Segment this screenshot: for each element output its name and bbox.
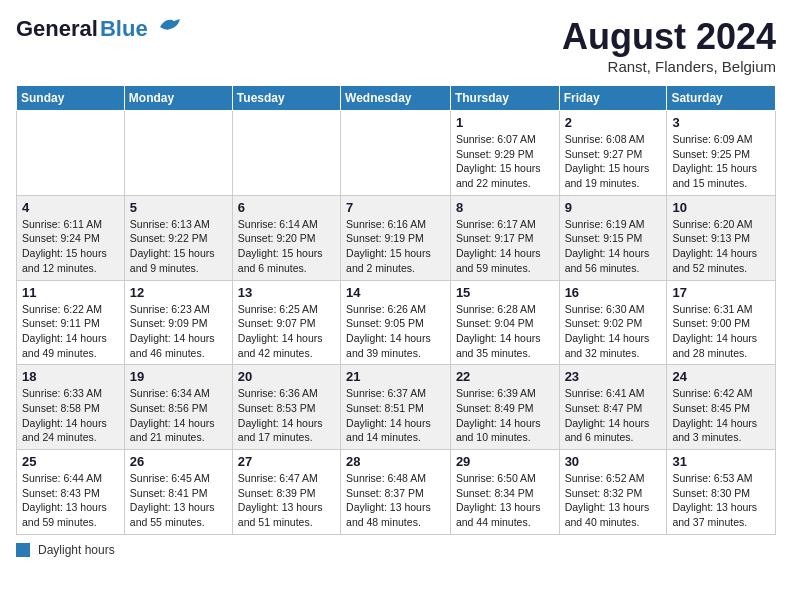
title-block: August 2024 Ranst, Flanders, Belgium xyxy=(562,16,776,75)
calendar-cell xyxy=(341,111,451,196)
logo: General Blue xyxy=(16,16,182,42)
calendar-cell: 17Sunrise: 6:31 AM Sunset: 9:00 PM Dayli… xyxy=(667,280,776,365)
day-info: Sunrise: 6:42 AM Sunset: 8:45 PM Dayligh… xyxy=(672,386,770,445)
day-info: Sunrise: 6:50 AM Sunset: 8:34 PM Dayligh… xyxy=(456,471,554,530)
weekday-header: Thursday xyxy=(450,86,559,111)
day-info: Sunrise: 6:19 AM Sunset: 9:15 PM Dayligh… xyxy=(565,217,662,276)
day-number: 29 xyxy=(456,454,554,469)
day-number: 20 xyxy=(238,369,335,384)
location-subtitle: Ranst, Flanders, Belgium xyxy=(562,58,776,75)
calendar-cell: 12Sunrise: 6:23 AM Sunset: 9:09 PM Dayli… xyxy=(124,280,232,365)
legend-color-box xyxy=(16,543,30,557)
calendar-week-row: 4Sunrise: 6:11 AM Sunset: 9:24 PM Daylig… xyxy=(17,195,776,280)
calendar-cell: 18Sunrise: 6:33 AM Sunset: 8:58 PM Dayli… xyxy=(17,365,125,450)
day-number: 17 xyxy=(672,285,770,300)
day-number: 11 xyxy=(22,285,119,300)
day-number: 6 xyxy=(238,200,335,215)
day-info: Sunrise: 6:25 AM Sunset: 9:07 PM Dayligh… xyxy=(238,302,335,361)
calendar-cell: 31Sunrise: 6:53 AM Sunset: 8:30 PM Dayli… xyxy=(667,450,776,535)
day-number: 23 xyxy=(565,369,662,384)
day-number: 25 xyxy=(22,454,119,469)
day-info: Sunrise: 6:22 AM Sunset: 9:11 PM Dayligh… xyxy=(22,302,119,361)
day-info: Sunrise: 6:33 AM Sunset: 8:58 PM Dayligh… xyxy=(22,386,119,445)
calendar-cell: 26Sunrise: 6:45 AM Sunset: 8:41 PM Dayli… xyxy=(124,450,232,535)
day-info: Sunrise: 6:20 AM Sunset: 9:13 PM Dayligh… xyxy=(672,217,770,276)
day-number: 9 xyxy=(565,200,662,215)
calendar-cell: 6Sunrise: 6:14 AM Sunset: 9:20 PM Daylig… xyxy=(232,195,340,280)
day-info: Sunrise: 6:08 AM Sunset: 9:27 PM Dayligh… xyxy=(565,132,662,191)
month-year-title: August 2024 xyxy=(562,16,776,58)
day-info: Sunrise: 6:41 AM Sunset: 8:47 PM Dayligh… xyxy=(565,386,662,445)
weekday-header: Saturday xyxy=(667,86,776,111)
day-info: Sunrise: 6:37 AM Sunset: 8:51 PM Dayligh… xyxy=(346,386,445,445)
day-info: Sunrise: 6:13 AM Sunset: 9:22 PM Dayligh… xyxy=(130,217,227,276)
calendar-cell: 24Sunrise: 6:42 AM Sunset: 8:45 PM Dayli… xyxy=(667,365,776,450)
calendar-cell xyxy=(232,111,340,196)
day-info: Sunrise: 6:48 AM Sunset: 8:37 PM Dayligh… xyxy=(346,471,445,530)
day-info: Sunrise: 6:07 AM Sunset: 9:29 PM Dayligh… xyxy=(456,132,554,191)
weekday-header: Friday xyxy=(559,86,667,111)
day-info: Sunrise: 6:53 AM Sunset: 8:30 PM Dayligh… xyxy=(672,471,770,530)
calendar-week-row: 18Sunrise: 6:33 AM Sunset: 8:58 PM Dayli… xyxy=(17,365,776,450)
calendar-week-row: 1Sunrise: 6:07 AM Sunset: 9:29 PM Daylig… xyxy=(17,111,776,196)
day-info: Sunrise: 6:17 AM Sunset: 9:17 PM Dayligh… xyxy=(456,217,554,276)
day-info: Sunrise: 6:16 AM Sunset: 9:19 PM Dayligh… xyxy=(346,217,445,276)
day-info: Sunrise: 6:30 AM Sunset: 9:02 PM Dayligh… xyxy=(565,302,662,361)
calendar-week-row: 25Sunrise: 6:44 AM Sunset: 8:43 PM Dayli… xyxy=(17,450,776,535)
day-number: 8 xyxy=(456,200,554,215)
page-header: General Blue August 2024 Ranst, Flanders… xyxy=(16,16,776,75)
day-info: Sunrise: 6:39 AM Sunset: 8:49 PM Dayligh… xyxy=(456,386,554,445)
weekday-header-row: SundayMondayTuesdayWednesdayThursdayFrid… xyxy=(17,86,776,111)
day-number: 18 xyxy=(22,369,119,384)
day-number: 24 xyxy=(672,369,770,384)
calendar-cell: 8Sunrise: 6:17 AM Sunset: 9:17 PM Daylig… xyxy=(450,195,559,280)
day-number: 1 xyxy=(456,115,554,130)
day-number: 15 xyxy=(456,285,554,300)
day-number: 13 xyxy=(238,285,335,300)
logo-bird-icon xyxy=(152,15,182,37)
calendar-cell xyxy=(17,111,125,196)
calendar-cell: 9Sunrise: 6:19 AM Sunset: 9:15 PM Daylig… xyxy=(559,195,667,280)
calendar-cell: 4Sunrise: 6:11 AM Sunset: 9:24 PM Daylig… xyxy=(17,195,125,280)
day-info: Sunrise: 6:45 AM Sunset: 8:41 PM Dayligh… xyxy=(130,471,227,530)
calendar-cell: 21Sunrise: 6:37 AM Sunset: 8:51 PM Dayli… xyxy=(341,365,451,450)
day-number: 21 xyxy=(346,369,445,384)
day-info: Sunrise: 6:14 AM Sunset: 9:20 PM Dayligh… xyxy=(238,217,335,276)
day-info: Sunrise: 6:47 AM Sunset: 8:39 PM Dayligh… xyxy=(238,471,335,530)
logo-blue: Blue xyxy=(100,16,148,42)
day-number: 26 xyxy=(130,454,227,469)
calendar-cell: 1Sunrise: 6:07 AM Sunset: 9:29 PM Daylig… xyxy=(450,111,559,196)
calendar-cell: 19Sunrise: 6:34 AM Sunset: 8:56 PM Dayli… xyxy=(124,365,232,450)
calendar-cell: 10Sunrise: 6:20 AM Sunset: 9:13 PM Dayli… xyxy=(667,195,776,280)
day-info: Sunrise: 6:44 AM Sunset: 8:43 PM Dayligh… xyxy=(22,471,119,530)
day-number: 7 xyxy=(346,200,445,215)
day-number: 2 xyxy=(565,115,662,130)
day-number: 30 xyxy=(565,454,662,469)
day-number: 19 xyxy=(130,369,227,384)
calendar-cell xyxy=(124,111,232,196)
calendar-cell: 22Sunrise: 6:39 AM Sunset: 8:49 PM Dayli… xyxy=(450,365,559,450)
calendar-table: SundayMondayTuesdayWednesdayThursdayFrid… xyxy=(16,85,776,535)
calendar-cell: 14Sunrise: 6:26 AM Sunset: 9:05 PM Dayli… xyxy=(341,280,451,365)
calendar-cell: 25Sunrise: 6:44 AM Sunset: 8:43 PM Dayli… xyxy=(17,450,125,535)
calendar-cell: 28Sunrise: 6:48 AM Sunset: 8:37 PM Dayli… xyxy=(341,450,451,535)
day-number: 22 xyxy=(456,369,554,384)
weekday-header: Wednesday xyxy=(341,86,451,111)
day-info: Sunrise: 6:34 AM Sunset: 8:56 PM Dayligh… xyxy=(130,386,227,445)
calendar-cell: 27Sunrise: 6:47 AM Sunset: 8:39 PM Dayli… xyxy=(232,450,340,535)
day-info: Sunrise: 6:09 AM Sunset: 9:25 PM Dayligh… xyxy=(672,132,770,191)
day-number: 27 xyxy=(238,454,335,469)
calendar-week-row: 11Sunrise: 6:22 AM Sunset: 9:11 PM Dayli… xyxy=(17,280,776,365)
legend-label: Daylight hours xyxy=(38,543,115,557)
day-number: 4 xyxy=(22,200,119,215)
weekday-header: Sunday xyxy=(17,86,125,111)
calendar-cell: 20Sunrise: 6:36 AM Sunset: 8:53 PM Dayli… xyxy=(232,365,340,450)
calendar-cell: 11Sunrise: 6:22 AM Sunset: 9:11 PM Dayli… xyxy=(17,280,125,365)
weekday-header: Tuesday xyxy=(232,86,340,111)
day-info: Sunrise: 6:31 AM Sunset: 9:00 PM Dayligh… xyxy=(672,302,770,361)
day-number: 16 xyxy=(565,285,662,300)
day-number: 12 xyxy=(130,285,227,300)
calendar-cell: 29Sunrise: 6:50 AM Sunset: 8:34 PM Dayli… xyxy=(450,450,559,535)
calendar-cell: 2Sunrise: 6:08 AM Sunset: 9:27 PM Daylig… xyxy=(559,111,667,196)
calendar-cell: 30Sunrise: 6:52 AM Sunset: 8:32 PM Dayli… xyxy=(559,450,667,535)
